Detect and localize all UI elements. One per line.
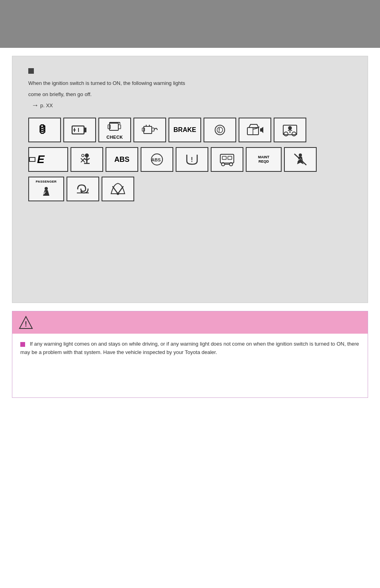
svg-text:🛢: 🛢 xyxy=(37,124,47,136)
seatbelt2-icon-box xyxy=(284,147,317,172)
fuel-icon-box: E xyxy=(28,147,68,172)
engine-check-icon xyxy=(106,120,124,135)
svg-point-25 xyxy=(284,132,288,136)
warning-box: ! If any warning light comes on and stay… xyxy=(12,311,368,398)
oil-pressure-icon-box: 🛢 xyxy=(28,118,61,142)
seatbelt2-icon xyxy=(291,152,309,167)
warning-header: ! xyxy=(12,311,368,334)
maint-reqd-icon-box: MAINTREQD xyxy=(246,147,282,172)
svg-point-47 xyxy=(299,153,302,157)
main-content: When the ignition switch is turned to ON… xyxy=(0,48,380,406)
svg-marker-22 xyxy=(260,127,263,133)
svg-point-29 xyxy=(85,153,89,157)
svg-point-49 xyxy=(45,187,48,190)
warning-icons-row1: 🛢 xyxy=(28,118,352,142)
door-ajar-icon xyxy=(246,123,264,137)
fuel-empty-square xyxy=(29,157,35,162)
svg-point-53 xyxy=(117,193,119,195)
seatbelt-person-icon xyxy=(78,152,96,167)
fuel-e-label: E xyxy=(37,153,45,166)
traction-icon xyxy=(218,152,236,167)
warning-triangle-icon: ! xyxy=(19,315,33,330)
srs-icon-box: ! xyxy=(204,118,236,142)
gray-info-box: When the ignition switch is turned to ON… xyxy=(12,56,368,303)
battery-icon xyxy=(71,123,89,137)
door-icon-box xyxy=(239,118,271,142)
warning-icons-row2: E xyxy=(28,147,352,172)
brake-icon-box: BRAKE xyxy=(168,118,201,142)
svg-text:ABS: ABS xyxy=(151,157,161,162)
section-bullet xyxy=(28,68,34,74)
svg-point-27 xyxy=(288,126,292,130)
intro-text-line2: come on briefly, then go off. xyxy=(28,90,352,98)
stability-icon-box xyxy=(274,118,306,142)
svg-point-26 xyxy=(292,132,296,136)
air-spiral-icon-box xyxy=(67,177,99,201)
svg-point-35 xyxy=(82,154,84,157)
svg-rect-43 xyxy=(228,156,232,159)
engine2-icon-box xyxy=(133,118,166,142)
abs-text-icon-box: ABS xyxy=(106,147,138,172)
oil-can-icon: 🛢 xyxy=(35,123,54,137)
battery-icon-box xyxy=(63,118,96,142)
chariot-icon xyxy=(281,123,299,137)
warning-text: If any warning light comes on and stays … xyxy=(20,341,359,355)
warning-bullet xyxy=(20,342,25,347)
srs-icon: ! xyxy=(211,123,229,137)
warning-icons-row3: PASSENGER xyxy=(28,177,352,201)
page-ref-text: p. XX xyxy=(40,102,53,108)
abs-circle-icon: ABS xyxy=(148,152,166,167)
brake-label: BRAKE xyxy=(174,126,196,134)
engine2-icon xyxy=(141,123,159,137)
traction-icon-box xyxy=(211,147,243,172)
passenger-label: PASSENGER xyxy=(36,180,57,184)
wipers-icon xyxy=(109,182,127,196)
maint-label: MAINTREQD xyxy=(258,155,270,164)
check-label: CHECK xyxy=(106,135,123,140)
svg-rect-42 xyxy=(222,156,226,159)
passenger-airbag-icon-box: PASSENGER xyxy=(28,177,64,201)
passenger-airbag-icon xyxy=(37,184,55,198)
svg-line-51 xyxy=(113,187,118,194)
warning-body: If any warning light comes on and stays … xyxy=(12,334,368,397)
svg-rect-6 xyxy=(110,123,118,130)
page-header xyxy=(0,0,380,48)
abs-circle-icon-box: ABS xyxy=(141,147,173,172)
page-reference: → p. XX xyxy=(28,101,352,110)
svg-rect-12 xyxy=(144,126,152,134)
wipers-icon-box xyxy=(102,177,134,201)
svg-rect-2 xyxy=(84,128,86,132)
exclaim-u-icon: ! xyxy=(183,152,201,167)
abs-label: ABS xyxy=(114,155,129,164)
arrow-icon: → xyxy=(31,101,39,110)
seatbelt-person-icon-box xyxy=(71,147,103,172)
svg-text:!: ! xyxy=(25,320,27,328)
svg-text:!: ! xyxy=(191,156,193,163)
air-spiral-icon xyxy=(74,182,92,196)
engine-check-icon-box: CHECK xyxy=(98,118,131,142)
svg-text:!: ! xyxy=(218,127,220,133)
exclaim-u-icon-box: ! xyxy=(176,147,208,172)
svg-line-52 xyxy=(118,187,123,194)
intro-text-line1: When the ignition switch is turned to ON… xyxy=(28,79,352,87)
